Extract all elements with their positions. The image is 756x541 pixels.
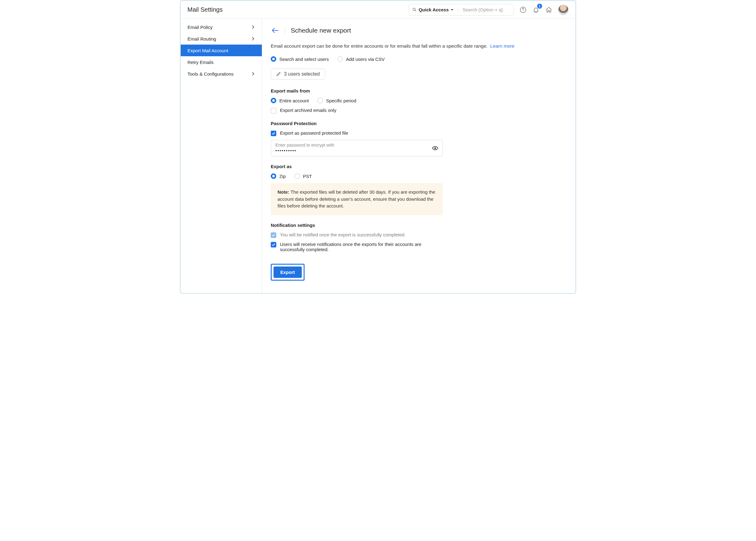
sidebar-item-label: Export Mail Account	[188, 48, 228, 53]
search-placeholder: Search (Option + q)	[458, 7, 511, 12]
password-input[interactable]: Enter password to encrypt with •••••••••…	[271, 140, 443, 157]
sidebar-item-tools-configurations[interactable]: Tools & Configurations	[181, 68, 262, 80]
radio-label: Search and select users	[279, 57, 329, 62]
checkbox-label: You will be notified once the export is …	[280, 232, 406, 237]
checkbox-label: Export as password protected file	[280, 130, 348, 136]
eye-icon[interactable]	[432, 146, 438, 150]
chevron-right-icon	[251, 25, 255, 29]
radio-entire-account[interactable]: Entire account	[271, 98, 309, 103]
search-icon	[412, 7, 417, 12]
radio-specific-period[interactable]: Specific period	[317, 98, 356, 103]
pencil-icon	[276, 72, 281, 77]
notifications-icon[interactable]: 1	[532, 6, 540, 14]
radio-icon	[317, 98, 323, 103]
checkbox-label: Users will receive notifications once th…	[280, 242, 443, 252]
svg-line-1	[415, 10, 416, 11]
section-heading-notifications: Notification settings	[271, 223, 567, 228]
note-text: The exported files will be deleted after…	[277, 189, 435, 209]
radio-label: PST	[303, 174, 312, 179]
section-heading-export-as: Export as	[271, 164, 567, 169]
caret-down-icon	[451, 8, 454, 11]
radio-label: Zip	[279, 174, 286, 179]
sidebar-item-label: Email Policy	[188, 25, 213, 30]
svg-point-3	[523, 11, 523, 11]
radio-icon	[294, 173, 300, 179]
radio-label: Add users via CSV	[346, 57, 385, 62]
selected-users-button[interactable]: 3 users selected	[271, 69, 325, 80]
checkbox-label: Export archived emails only	[280, 108, 336, 113]
chevron-right-icon	[251, 72, 255, 76]
sidebar-item-email-routing[interactable]: Email Routing	[181, 33, 262, 45]
sidebar-item-retry-emails[interactable]: Retry Emails	[181, 56, 262, 68]
back-button[interactable]	[271, 26, 279, 35]
sidebar-item-email-policy[interactable]: Email Policy	[181, 21, 262, 33]
section-heading-export-from: Export mails from	[271, 88, 567, 94]
radio-zip[interactable]: Zip	[271, 173, 286, 179]
svg-point-4	[435, 148, 436, 149]
notification-badge: 1	[537, 4, 542, 9]
note-prefix: Note:	[277, 189, 289, 195]
intro-text: Email account export can be done for ent…	[271, 43, 567, 49]
quick-access-search[interactable]: Quick Access Search (Option + q)	[409, 4, 514, 16]
sidebar: Email Policy Email Routing Export Mail A…	[181, 19, 262, 293]
avatar[interactable]	[558, 5, 568, 15]
home-icon[interactable]	[545, 6, 553, 14]
radio-pst[interactable]: PST	[294, 173, 312, 179]
page-title: Schedule new export	[291, 27, 351, 34]
radio-add-users-csv[interactable]: Add users via CSV	[337, 56, 385, 62]
radio-icon	[271, 173, 276, 179]
section-heading-password: Password Protection	[271, 121, 567, 126]
radio-icon	[271, 98, 276, 103]
divider	[285, 27, 285, 34]
radio-label: Entire account	[279, 98, 309, 103]
help-icon[interactable]	[519, 6, 527, 14]
checkbox-archived-only[interactable]	[271, 108, 276, 113]
chevron-right-icon	[251, 37, 255, 41]
sidebar-item-label: Tools & Configurations	[188, 71, 233, 77]
password-placeholder: Enter password to encrypt with	[275, 143, 438, 148]
export-button[interactable]: Export	[273, 267, 302, 278]
checkbox-notify-users[interactable]	[271, 242, 276, 248]
sidebar-item-export-mail-account[interactable]: Export Mail Account	[181, 45, 262, 56]
sidebar-item-label: Retry Emails	[188, 60, 213, 65]
quick-access-label: Quick Access	[419, 7, 449, 12]
radio-icon	[271, 56, 276, 62]
radio-label: Specific period	[326, 98, 356, 103]
sidebar-item-label: Email Routing	[188, 36, 216, 42]
password-value: ••••••••••	[275, 148, 438, 153]
selected-users-label: 3 users selected	[284, 71, 320, 77]
checkbox-password-protect[interactable]	[271, 131, 276, 136]
learn-more-link[interactable]: Learn more	[490, 43, 515, 49]
export-highlight: Export	[271, 264, 304, 280]
svg-point-0	[413, 8, 416, 11]
radio-search-select-users[interactable]: Search and select users	[271, 56, 329, 62]
note-box: Note: The exported files will be deleted…	[271, 183, 443, 215]
checkbox-notify-self[interactable]	[271, 233, 276, 238]
radio-icon	[337, 56, 343, 62]
page-header-title: Mail Settings	[188, 6, 223, 13]
